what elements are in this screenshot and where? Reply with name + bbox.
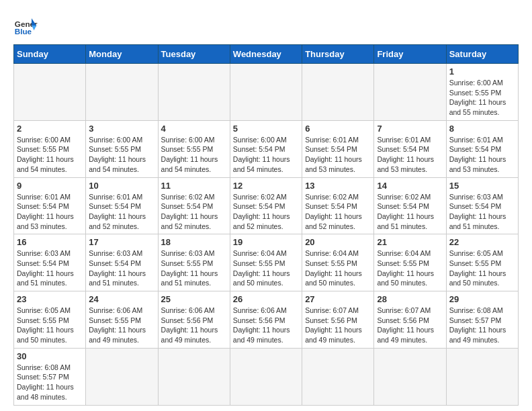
day-info: Sunrise: 6:00 AM Sunset: 5:55 PM Dayligh… <box>449 78 515 118</box>
day-number: 6 <box>305 124 371 134</box>
day-info: Sunrise: 6:02 AM Sunset: 5:54 PM Dayligh… <box>161 192 227 232</box>
calendar-cell: 27Sunrise: 6:07 AM Sunset: 5:56 PM Dayli… <box>302 291 374 349</box>
calendar-cell: 25Sunrise: 6:06 AM Sunset: 5:56 PM Dayli… <box>158 291 230 349</box>
day-number: 11 <box>161 181 227 191</box>
day-number: 3 <box>89 124 154 134</box>
calendar-cell: 5Sunrise: 6:00 AM Sunset: 5:54 PM Daylig… <box>230 120 302 177</box>
calendar-cell: 29Sunrise: 6:08 AM Sunset: 5:57 PM Dayli… <box>446 291 518 349</box>
day-number: 22 <box>449 237 515 247</box>
day-info: Sunrise: 6:02 AM Sunset: 5:54 PM Dayligh… <box>305 192 371 232</box>
calendar-week-4: 23Sunrise: 6:05 AM Sunset: 5:55 PM Dayli… <box>14 291 519 349</box>
day-info: Sunrise: 6:04 AM Sunset: 5:55 PM Dayligh… <box>377 248 443 288</box>
calendar-cell: 28Sunrise: 6:07 AM Sunset: 5:56 PM Dayli… <box>374 291 446 349</box>
day-number: 8 <box>449 124 515 134</box>
weekday-header-wednesday: Wednesday <box>230 45 302 64</box>
day-info: Sunrise: 6:01 AM Sunset: 5:54 PM Dayligh… <box>89 192 154 232</box>
day-number: 17 <box>89 237 154 247</box>
day-number: 21 <box>377 237 443 247</box>
calendar-cell <box>374 64 446 121</box>
day-number: 12 <box>233 181 299 191</box>
calendar-cell: 7Sunrise: 6:01 AM Sunset: 5:54 PM Daylig… <box>374 120 446 177</box>
day-number: 18 <box>161 237 227 247</box>
day-info: Sunrise: 6:00 AM Sunset: 5:55 PM Dayligh… <box>89 135 154 175</box>
day-number: 29 <box>449 294 515 304</box>
day-number: 28 <box>377 294 443 304</box>
day-number: 20 <box>305 237 371 247</box>
day-info: Sunrise: 6:03 AM Sunset: 5:54 PM Dayligh… <box>89 248 154 288</box>
calendar-cell: 23Sunrise: 6:05 AM Sunset: 5:55 PM Dayli… <box>14 291 86 349</box>
calendar-cell <box>302 64 374 121</box>
day-number: 23 <box>17 294 83 304</box>
calendar-cell: 19Sunrise: 6:04 AM Sunset: 5:55 PM Dayli… <box>230 234 302 291</box>
calendar-cell: 3Sunrise: 6:00 AM Sunset: 5:55 PM Daylig… <box>86 120 158 177</box>
calendar-cell: 30Sunrise: 6:08 AM Sunset: 5:57 PM Dayli… <box>14 348 86 405</box>
calendar-cell: 24Sunrise: 6:06 AM Sunset: 5:55 PM Dayli… <box>86 291 158 349</box>
day-number: 19 <box>233 237 299 247</box>
calendar-cell: 14Sunrise: 6:02 AM Sunset: 5:54 PM Dayli… <box>374 177 446 234</box>
day-info: Sunrise: 6:03 AM Sunset: 5:54 PM Dayligh… <box>17 248 83 288</box>
day-number: 27 <box>305 294 371 304</box>
calendar-cell <box>14 64 86 121</box>
day-info: Sunrise: 6:01 AM Sunset: 5:54 PM Dayligh… <box>449 135 515 175</box>
day-info: Sunrise: 6:03 AM Sunset: 5:55 PM Dayligh… <box>161 248 227 288</box>
calendar-cell: 13Sunrise: 6:02 AM Sunset: 5:54 PM Dayli… <box>302 177 374 234</box>
day-info: Sunrise: 6:03 AM Sunset: 5:54 PM Dayligh… <box>449 192 515 232</box>
calendar-cell: 4Sunrise: 6:00 AM Sunset: 5:55 PM Daylig… <box>158 120 230 177</box>
svg-text:Blue: Blue <box>15 27 32 36</box>
weekday-header-tuesday: Tuesday <box>158 45 230 64</box>
calendar-week-1: 2Sunrise: 6:00 AM Sunset: 5:55 PM Daylig… <box>14 120 519 177</box>
day-info: Sunrise: 6:07 AM Sunset: 5:56 PM Dayligh… <box>377 306 443 345</box>
day-number: 1 <box>449 66 515 77</box>
day-info: Sunrise: 6:01 AM Sunset: 5:54 PM Dayligh… <box>305 135 371 175</box>
day-number: 13 <box>305 181 371 191</box>
calendar-cell: 15Sunrise: 6:03 AM Sunset: 5:54 PM Dayli… <box>446 177 518 234</box>
calendar-cell: 18Sunrise: 6:03 AM Sunset: 5:55 PM Dayli… <box>158 234 230 291</box>
day-info: Sunrise: 6:04 AM Sunset: 5:55 PM Dayligh… <box>305 248 371 288</box>
calendar-week-2: 9Sunrise: 6:01 AM Sunset: 5:54 PM Daylig… <box>14 177 519 234</box>
day-info: Sunrise: 6:00 AM Sunset: 5:55 PM Dayligh… <box>161 135 227 175</box>
day-info: Sunrise: 6:01 AM Sunset: 5:54 PM Dayligh… <box>17 192 83 232</box>
day-info: Sunrise: 6:08 AM Sunset: 5:57 PM Dayligh… <box>17 363 83 402</box>
day-info: Sunrise: 6:06 AM Sunset: 5:55 PM Dayligh… <box>89 306 154 345</box>
day-info: Sunrise: 6:01 AM Sunset: 5:54 PM Dayligh… <box>377 135 443 175</box>
day-info: Sunrise: 6:08 AM Sunset: 5:57 PM Dayligh… <box>449 306 515 345</box>
day-number: 5 <box>233 124 299 134</box>
day-info: Sunrise: 6:05 AM Sunset: 5:55 PM Dayligh… <box>449 248 515 288</box>
day-info: Sunrise: 6:00 AM Sunset: 5:55 PM Dayligh… <box>17 135 83 175</box>
calendar-week-3: 16Sunrise: 6:03 AM Sunset: 5:54 PM Dayli… <box>14 234 519 291</box>
calendar-cell <box>302 348 374 405</box>
day-number: 16 <box>17 237 83 247</box>
calendar-cell: 26Sunrise: 6:06 AM Sunset: 5:56 PM Dayli… <box>230 291 302 349</box>
calendar-cell <box>86 348 158 405</box>
calendar-cell: 20Sunrise: 6:04 AM Sunset: 5:55 PM Dayli… <box>302 234 374 291</box>
calendar-cell: 9Sunrise: 6:01 AM Sunset: 5:54 PM Daylig… <box>14 177 86 234</box>
calendar-cell: 21Sunrise: 6:04 AM Sunset: 5:55 PM Dayli… <box>374 234 446 291</box>
day-info: Sunrise: 6:04 AM Sunset: 5:55 PM Dayligh… <box>233 248 299 288</box>
calendar-cell: 11Sunrise: 6:02 AM Sunset: 5:54 PM Dayli… <box>158 177 230 234</box>
day-number: 10 <box>89 181 154 191</box>
day-info: Sunrise: 6:05 AM Sunset: 5:55 PM Dayligh… <box>17 306 83 345</box>
day-number: 15 <box>449 181 515 191</box>
day-number: 9 <box>17 181 83 191</box>
weekday-header-saturday: Saturday <box>446 45 518 64</box>
calendar-cell: 22Sunrise: 6:05 AM Sunset: 5:55 PM Dayli… <box>446 234 518 291</box>
calendar-cell: 16Sunrise: 6:03 AM Sunset: 5:54 PM Dayli… <box>14 234 86 291</box>
day-info: Sunrise: 6:07 AM Sunset: 5:56 PM Dayligh… <box>305 306 371 345</box>
day-number: 4 <box>161 124 227 134</box>
day-number: 30 <box>17 351 83 361</box>
day-info: Sunrise: 6:06 AM Sunset: 5:56 PM Dayligh… <box>161 306 227 345</box>
weekday-header-row: SundayMondayTuesdayWednesdayThursdayFrid… <box>14 45 519 64</box>
calendar: SundayMondayTuesdayWednesdayThursdayFrid… <box>13 44 519 406</box>
weekday-header-monday: Monday <box>86 45 158 64</box>
day-info: Sunrise: 6:02 AM Sunset: 5:54 PM Dayligh… <box>377 192 443 232</box>
calendar-cell: 1Sunrise: 6:00 AM Sunset: 5:55 PM Daylig… <box>446 64 518 121</box>
weekday-header-sunday: Sunday <box>14 45 86 64</box>
calendar-cell <box>230 348 302 405</box>
calendar-cell <box>158 64 230 121</box>
day-info: Sunrise: 6:06 AM Sunset: 5:56 PM Dayligh… <box>233 306 299 345</box>
calendar-cell: 12Sunrise: 6:02 AM Sunset: 5:54 PM Dayli… <box>230 177 302 234</box>
calendar-cell: 17Sunrise: 6:03 AM Sunset: 5:54 PM Dayli… <box>86 234 158 291</box>
calendar-cell <box>446 348 518 405</box>
calendar-cell <box>374 348 446 405</box>
calendar-week-5: 30Sunrise: 6:08 AM Sunset: 5:57 PM Dayli… <box>14 348 519 405</box>
